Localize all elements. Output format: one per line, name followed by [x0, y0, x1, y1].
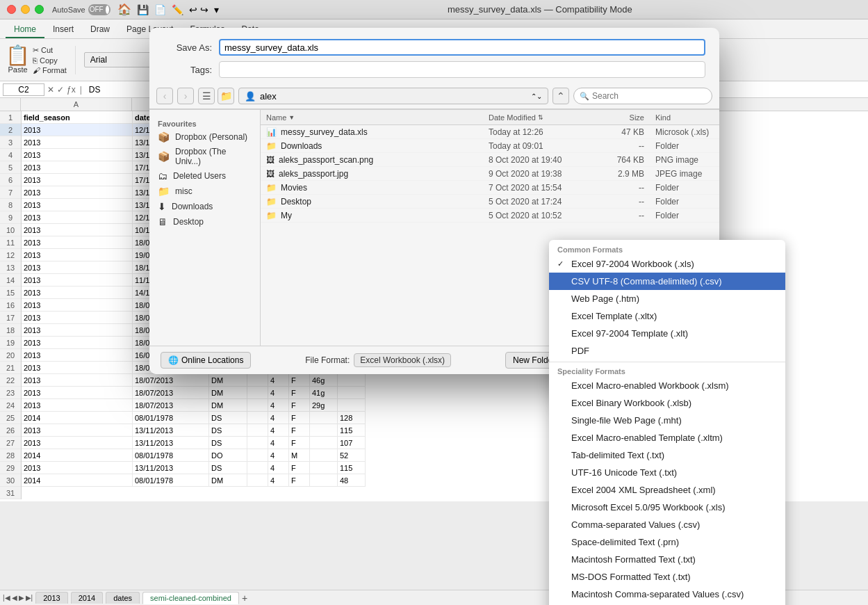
- row-11: 11: [0, 236, 21, 249]
- close-button[interactable]: [7, 5, 16, 14]
- cut-button[interactable]: ✂ Cut: [33, 46, 67, 55]
- filename-input[interactable]: [219, 39, 705, 56]
- row-13: 13: [0, 261, 21, 274]
- format-xlt[interactable]: Excel 97-2004 Template (.xlt): [549, 325, 785, 342]
- save-icon[interactable]: 💾: [137, 4, 149, 15]
- cell-a1[interactable]: field_season: [22, 111, 133, 124]
- format-pdf[interactable]: PDF: [549, 342, 785, 360]
- tab-navigation: |◀ ◀ ▶ ▶|: [3, 594, 33, 602]
- maximize-button[interactable]: [35, 5, 44, 14]
- pencil-icon[interactable]: ✏️: [172, 4, 183, 15]
- list-item[interactable]: 📁 Desktop 5 Oct 2020 at 17:24 -- Folder: [261, 195, 719, 209]
- list-item[interactable]: 📊 messy_survey_data.xls Today at 12:26 4…: [261, 125, 719, 139]
- row-21: 21: [0, 362, 21, 374]
- prev-tab-button[interactable]: ◀: [12, 594, 17, 602]
- autosave-toggle[interactable]: OFF: [88, 4, 110, 15]
- col-a[interactable]: A: [21, 98, 132, 111]
- insert-function-icon[interactable]: ƒx: [67, 85, 76, 95]
- tags-input[interactable]: [219, 61, 705, 78]
- format-xls-95[interactable]: Microsoft Excel 5.0/95 Workbook (.xls): [549, 499, 785, 516]
- cell-a2[interactable]: 2013: [22, 124, 133, 136]
- dropbox-icon: 📦: [158, 131, 170, 143]
- first-tab-button[interactable]: |◀: [3, 594, 10, 602]
- sheet-tab-2014[interactable]: 2014: [71, 592, 103, 604]
- name-column-header[interactable]: Name ▼: [261, 113, 483, 122]
- format-txt-tab[interactable]: Tab-delimited Text (.txt): [549, 446, 785, 464]
- list-item[interactable]: 🖼 aleks_passport_scan.png 8 Oct 2020 at …: [261, 153, 719, 167]
- sidebar-item-misc[interactable]: 📁 misc: [149, 184, 260, 199]
- sidebar-item-downloads[interactable]: ⬇ Downloads: [149, 199, 260, 214]
- misc-icon: 📁: [158, 186, 170, 197]
- home-icon[interactable]: 🏠: [117, 3, 131, 16]
- sidebar-item-dropbox-univ[interactable]: 📦 Dropbox (The Univ...): [149, 145, 260, 168]
- list-item[interactable]: 🖼 aleks_passport.jpg 9 Oct 2020 at 19:38…: [261, 167, 719, 181]
- date-column-header[interactable]: Date Modified ⇅: [483, 113, 594, 122]
- paste-button[interactable]: 📋 Paste: [6, 46, 30, 74]
- sheet-tab-dates[interactable]: dates: [106, 592, 140, 604]
- table-row: 201408/01/1978DS4F128: [22, 412, 366, 424]
- more-icon[interactable]: ▾: [214, 4, 219, 15]
- online-locations-button[interactable]: 🌐 Online Locations: [161, 352, 251, 369]
- new-folder-toolbar-button[interactable]: 📁: [218, 88, 234, 104]
- format-prn[interactable]: Space-delimited Text (.prn): [549, 533, 785, 551]
- list-item[interactable]: 📁 Downloads Today at 09:01 -- Folder: [261, 139, 719, 153]
- tab-insert[interactable]: Insert: [44, 22, 82, 38]
- common-formats-header: Common Formats: [549, 243, 785, 255]
- row-10: 10: [0, 224, 21, 236]
- back-button[interactable]: ‹: [156, 88, 173, 104]
- kind-column-header[interactable]: Kind: [650, 113, 719, 122]
- next-tab-button[interactable]: ▶: [19, 594, 24, 602]
- format-xml[interactable]: Excel 2004 XML Spreadsheet (.xml): [549, 481, 785, 499]
- format-xltx[interactable]: Excel Template (.xltx): [549, 307, 785, 325]
- format-htm[interactable]: Web Page (.htm): [549, 290, 785, 307]
- document-icon[interactable]: 📄: [154, 4, 166, 15]
- sidebar-item-label: Dropbox (The Univ...): [175, 147, 252, 166]
- copy-button[interactable]: ⎘ Copy: [33, 56, 67, 65]
- format-xls[interactable]: ✓ Excel 97-2004 Workbook (.xls): [549, 255, 785, 273]
- paste-label: Paste: [8, 65, 27, 74]
- format-mac-csv[interactable]: Macintosh Comma-separated Values (.csv): [549, 586, 785, 603]
- format-csv[interactable]: Comma-separated Values (.csv): [549, 516, 785, 533]
- format-xlsb[interactable]: Excel Binary Workbook (.xlsb): [549, 394, 785, 412]
- row-header-spacer: [0, 98, 21, 111]
- row-12: 12: [0, 249, 21, 261]
- list-view-button[interactable]: ☰: [198, 88, 215, 104]
- last-tab-button[interactable]: ▶|: [26, 594, 33, 602]
- size-column-header[interactable]: Size: [594, 113, 650, 122]
- add-sheet-button[interactable]: +: [242, 592, 247, 604]
- format-csv-utf8[interactable]: CSV UTF-8 (Comma-delimited) (.csv): [549, 273, 785, 290]
- format-dos-txt[interactable]: MS-DOS Formatted Text (.txt): [549, 568, 785, 586]
- format-mac-txt[interactable]: Macintosh Formatted Text (.txt): [549, 551, 785, 568]
- sidebar-item-deleted-users[interactable]: 🗂 Deleted Users: [149, 168, 260, 184]
- minimize-button[interactable]: [21, 5, 30, 14]
- table-row: 201318/07/2013DM4F46g: [22, 374, 366, 387]
- list-item[interactable]: 📁 Movies 7 Oct 2020 at 15:54 -- Folder: [261, 181, 719, 195]
- sheet-tab-2013[interactable]: 2013: [35, 592, 67, 604]
- cell-reference-input[interactable]: [3, 83, 44, 96]
- expand-button[interactable]: ⌃: [552, 88, 569, 104]
- row-7: 7: [0, 186, 21, 199]
- location-dropdown[interactable]: 👤 alex ⌃⌄: [238, 88, 548, 104]
- sheet-tab-semi-cleaned[interactable]: semi-cleaned-combined: [142, 592, 239, 604]
- list-item[interactable]: 📁 My 5 Oct 2020 at 10:52 -- Folder: [261, 209, 719, 223]
- format-button[interactable]: 🖌 Format: [33, 66, 67, 74]
- forward-button[interactable]: ›: [177, 88, 194, 104]
- dropbox-univ-icon: 📦: [158, 151, 170, 162]
- sidebar-item-dropbox-personal[interactable]: 📦 Dropbox (Personal): [149, 129, 260, 145]
- format-xltm[interactable]: Excel Macro-enabled Template (.xltm): [549, 429, 785, 446]
- search-input[interactable]: [592, 91, 706, 101]
- format-xlsm[interactable]: Excel Macro-enabled Workbook (.xlsm): [549, 377, 785, 394]
- tab-home[interactable]: Home: [6, 22, 44, 38]
- sidebar-item-label: Deleted Users: [173, 171, 226, 181]
- row-3: 3: [0, 136, 21, 149]
- undo-button[interactable]: ↩: [189, 4, 197, 15]
- format-mht[interactable]: Single-file Web Page (.mht): [549, 412, 785, 429]
- format-txt-utf16[interactable]: UTF-16 Unicode Text (.txt): [549, 464, 785, 481]
- browser-toolbar: ‹ › ☰ 📁 👤 alex ⌃⌄ ⌃ 🔍: [149, 83, 719, 109]
- confirm-formula-icon[interactable]: ✓: [57, 85, 64, 95]
- sidebar-item-desktop[interactable]: 🖥 Desktop: [149, 214, 260, 229]
- redo-button[interactable]: ↪: [200, 4, 208, 15]
- cancel-formula-icon[interactable]: ✕: [47, 85, 54, 95]
- tab-draw[interactable]: Draw: [82, 22, 118, 38]
- file-format-dropdown[interactable]: Excel Workbook (.xlsx): [354, 353, 451, 367]
